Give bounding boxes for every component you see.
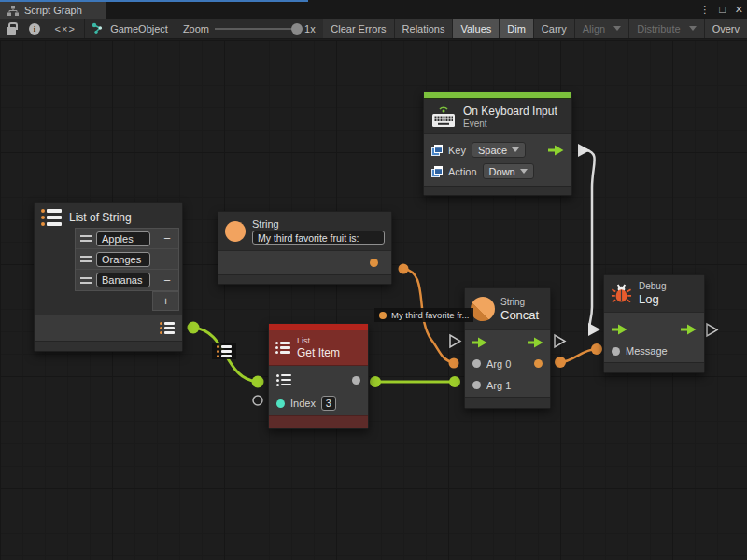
- list-value-badge: [212, 343, 236, 359]
- list-input-port[interactable]: [276, 374, 291, 386]
- overview-button[interactable]: Overv: [705, 19, 747, 38]
- list-item-field[interactable]: Oranges: [96, 252, 150, 267]
- node-footer: [465, 397, 550, 408]
- event-accent-bar: [424, 92, 571, 99]
- flow-wire-keyboard-to-log[interactable]: [586, 150, 595, 329]
- message-input-port[interactable]: [612, 347, 620, 356]
- list-icon: [217, 345, 232, 357]
- wire-endpoint: [399, 264, 409, 274]
- wire-endpoint: [449, 376, 460, 387]
- list-item-field[interactable]: Apples: [96, 231, 150, 246]
- node-title: Log: [639, 292, 666, 306]
- flow-output-port[interactable]: [528, 337, 543, 348]
- close-icon[interactable]: ✕: [735, 4, 743, 16]
- gameobject-field[interactable]: GameObject: [84, 19, 176, 38]
- add-item-button[interactable]: +: [152, 291, 179, 311]
- menu-icon[interactable]: ⋮: [699, 4, 710, 16]
- wire-endpoint: [252, 376, 264, 388]
- wire-endpoint: [591, 343, 602, 355]
- index-value-field[interactable]: 3: [321, 396, 336, 411]
- string-value-field[interactable]: My third favorite fruit is:: [252, 231, 385, 245]
- chevron-down-icon: [512, 147, 519, 152]
- tab-title: Script Graph: [24, 5, 82, 16]
- node-debug-log[interactable]: Debug Log Message: [603, 274, 705, 373]
- action-dropdown[interactable]: Down: [483, 163, 534, 179]
- script-graph-window: Script Graph ⋮ □ ✕ i <×> GameObject Zoom…: [0, 0, 747, 560]
- remove-item-button[interactable]: −: [159, 274, 176, 287]
- window-controls: ⋮ □ ✕: [699, 0, 743, 19]
- string-output-port[interactable]: [370, 259, 378, 267]
- flow-output-port[interactable]: [681, 324, 697, 335]
- drag-handle-icon[interactable]: [80, 235, 92, 242]
- key-label: Key: [448, 145, 466, 156]
- remove-item-button[interactable]: −: [159, 232, 176, 245]
- distribute-dropdown[interactable]: Distribute: [629, 19, 704, 38]
- flow-wire-end-arrow: [588, 323, 600, 336]
- arg1-label: Arg 1: [486, 380, 511, 391]
- node-list-of-string[interactable]: List of String Apples − Oranges −: [34, 202, 183, 352]
- arg0-input-port[interactable]: [472, 359, 481, 368]
- list-icon: [41, 209, 62, 226]
- clear-errors-button[interactable]: Clear Errors: [323, 19, 394, 38]
- code-preview-button[interactable]: <×>: [47, 19, 84, 38]
- wire-endpoint: [188, 322, 200, 334]
- result-output-port[interactable]: [534, 359, 543, 368]
- dim-toggle[interactable]: Dim: [500, 19, 534, 38]
- align-dropdown[interactable]: Align: [575, 19, 629, 38]
- node-title: String: [252, 218, 385, 230]
- item-output-port[interactable]: [352, 376, 360, 385]
- node-title: On Keyboard Input: [463, 105, 557, 118]
- node-body: [218, 251, 391, 274]
- node-footer: [35, 341, 182, 351]
- list-output-port[interactable]: [160, 322, 175, 334]
- carry-button[interactable]: Carry: [534, 19, 575, 38]
- keyboard-icon: [430, 105, 457, 129]
- zoom-slider[interactable]: [215, 28, 299, 30]
- list-item-field[interactable]: Bananas: [96, 273, 150, 287]
- list-item-row: Oranges −: [76, 249, 178, 270]
- tab-script-graph[interactable]: Script Graph: [0, 2, 106, 19]
- node-category: String: [500, 297, 539, 307]
- wire-endpoint: [449, 358, 459, 369]
- trigger-output-port[interactable]: [548, 145, 564, 156]
- code-icon: <×>: [55, 23, 76, 35]
- string-value-dot-icon: [379, 312, 387, 319]
- value-wire-concat-to-log[interactable]: [560, 349, 597, 362]
- maximize-icon[interactable]: □: [719, 4, 726, 15]
- node-body: [35, 315, 182, 341]
- node-title: Get Item: [297, 346, 340, 359]
- node-body: Message: [604, 313, 704, 362]
- arg1-input-port[interactable]: [472, 381, 481, 389]
- gameobject-label: GameObject: [110, 23, 168, 35]
- node-category: Debug: [639, 281, 666, 291]
- enum-icon: [431, 166, 443, 177]
- flow-input-port[interactable]: [612, 324, 627, 335]
- index-label: Index: [290, 398, 316, 409]
- relations-button[interactable]: Relations: [395, 19, 454, 38]
- node-string-literal[interactable]: String My third favorite fruit is:: [218, 211, 392, 285]
- message-label: Message: [626, 345, 668, 357]
- error-accent-bar: [269, 324, 368, 330]
- zoom-slider-knob[interactable]: [291, 23, 303, 35]
- node-get-item[interactable]: List Get Item Index 3: [268, 323, 369, 429]
- key-dropdown[interactable]: Space: [472, 142, 526, 158]
- values-toggle[interactable]: Values: [453, 19, 500, 38]
- drag-handle-icon[interactable]: [80, 256, 92, 262]
- zoom-control: Zoom 1x: [176, 19, 323, 38]
- lock-button[interactable]: [0, 19, 22, 38]
- drag-handle-icon[interactable]: [80, 277, 92, 284]
- info-button[interactable]: i: [22, 19, 47, 38]
- remove-item-button[interactable]: −: [159, 253, 176, 265]
- node-on-keyboard-input[interactable]: On Keyboard Input Event Key Space: [423, 91, 572, 196]
- node-body: Key Space Action Down: [424, 134, 571, 186]
- index-input-port[interactable]: [276, 399, 285, 408]
- node-footer: [218, 274, 391, 284]
- action-label: Action: [448, 166, 477, 177]
- flow-input-port[interactable]: [472, 337, 487, 348]
- flow-port-indicator: [450, 335, 460, 347]
- node-concat[interactable]: String Concat Arg 0: [464, 287, 551, 409]
- graph-canvas[interactable]: On Keyboard Input Event Key Space: [0, 40, 747, 560]
- node-subtitle: Event: [463, 119, 557, 129]
- lock-icon: [7, 27, 16, 35]
- node-body: Arg 0 Arg 1: [465, 330, 550, 397]
